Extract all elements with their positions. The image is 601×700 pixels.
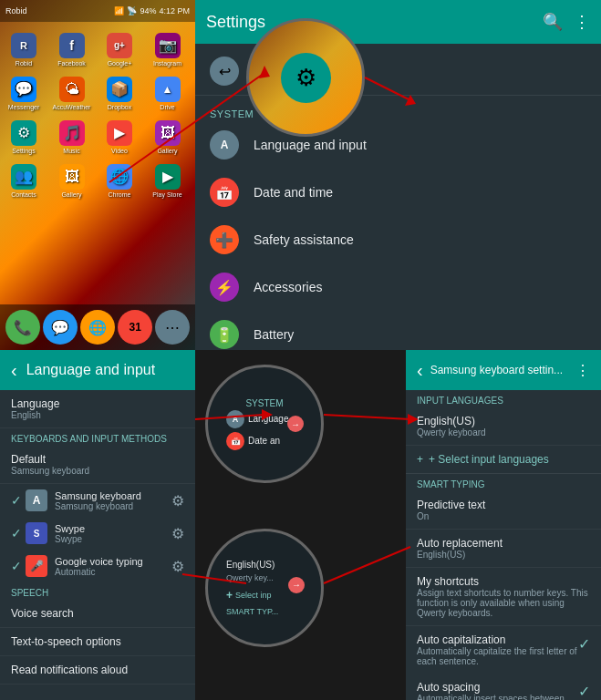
default-label: Default [11, 453, 184, 466]
google-voice-item[interactable]: ✓ 🎤 Google voice typing Automatic ⚙ [0, 550, 195, 582]
app-dropbox[interactable]: 📦Dropbox [99, 73, 140, 113]
samsung-content: INPUT LANGUAGES English(US) Qwerty keybo… [406, 390, 601, 700]
language-text: Language and input [254, 138, 367, 152]
auto-spacing-text: Auto spacing Automatically insert spaces… [417, 681, 578, 700]
accessories-icon: ⚡ [210, 273, 239, 302]
app-gallery[interactable]: 🖼Gallery [148, 117, 188, 157]
app-facebook[interactable]: fFacebook [52, 29, 92, 69]
select-languages-item[interactable]: + + Select input languages [406, 446, 601, 473]
app-robid[interactable]: RRobid [4, 29, 44, 69]
zoom-circle-settings: ⚙ [246, 18, 365, 137]
app-instagram[interactable]: 📷Instagram [148, 29, 188, 69]
auto-capitalization-item[interactable]: Auto capitalization Automatically capita… [406, 626, 601, 674]
accessories-text: Accessories [254, 280, 322, 294]
battery-text: 94% [140, 6, 156, 15]
swype-kb-icon: S [26, 522, 47, 544]
samsung-keyboard-panel: ‹ Samsung keyboard settin... ⋮ INPUT LAN… [406, 350, 601, 700]
read-notifications-item[interactable]: Read notifications aloud [0, 656, 195, 685]
svg-line-9 [324, 547, 410, 583]
auto-cap-text: Auto capitalization Automatically capita… [417, 633, 578, 666]
my-shortcuts-title: My shortcuts [417, 575, 590, 588]
app-contacts[interactable]: 👥Contacts [4, 160, 44, 201]
arrow-red-dot: → [287, 416, 304, 432]
language-icon: A [210, 130, 239, 160]
samsung-kb-icon: A [26, 489, 47, 511]
google-voice-gear[interactable]: ⚙ [171, 558, 184, 575]
smart-typing-label: SMART TYPING [406, 474, 601, 491]
samsung-more-icon[interactable]: ⋮ [575, 362, 590, 379]
voice-search-title: Voice search [11, 607, 184, 620]
auto-spacing-check[interactable]: ✓ [578, 683, 590, 700]
app-music[interactable]: 🎵Music [52, 117, 92, 157]
auto-cap-sub: Automatically capitalize the first lette… [417, 646, 578, 666]
default-keyboard-item[interactable]: Default Samsung keyboard [0, 446, 195, 484]
settings-accessories-item[interactable]: ⚡ Accessories [195, 263, 601, 311]
settings-icon-zoomed: ⚙ [281, 53, 331, 103]
app-chrome[interactable]: 🌐Chrome [99, 160, 140, 201]
language-header: ‹ Language and input [0, 350, 195, 390]
dock-messages[interactable]: 💬 [43, 310, 78, 345]
current-layout: Qwerty keyboard [417, 427, 590, 438]
app-playstore[interactable]: ▶Play Store [148, 160, 188, 201]
more-icon[interactable]: ⋮ [574, 12, 590, 32]
app-gallery2[interactable]: 🖼Gallery [52, 160, 92, 201]
backup-icon: ↩ [210, 57, 239, 86]
date-text: Date and time [254, 185, 333, 200]
input-languages-label: INPUT LANGUAGES [406, 390, 601, 407]
dock-apps[interactable]: ⋯ [155, 310, 190, 345]
settings-battery-item[interactable]: 🔋 Battery [195, 311, 601, 350]
my-shortcuts-sub: Assign text shortcuts to number keys. Th… [417, 588, 590, 618]
settings-header-icons: 🔍 ⋮ [543, 12, 590, 32]
date-icon: 📅 [210, 178, 239, 207]
samsung-keyboard-header: ‹ Samsung keyboard settin... ⋮ [406, 350, 601, 390]
app-video[interactable]: ▶Video [99, 117, 140, 157]
samsung-kb-sub: Samsung keyboard [55, 501, 171, 511]
auto-cap-check[interactable]: ✓ [578, 635, 590, 653]
samsung-back-button[interactable]: ‹ [417, 360, 423, 381]
language-item[interactable]: Language English [0, 390, 195, 428]
dock-internet[interactable]: 🌐 [80, 310, 115, 345]
google-voice-title: Google voice typing [55, 556, 171, 567]
app-accuweather[interactable]: 🌤AccuWeather [52, 73, 92, 113]
app-googleplus[interactable]: g+Google+ [99, 29, 140, 69]
swype-keyboard-item[interactable]: ✓ S Swype Swype ⚙ [0, 517, 195, 550]
current-lang: English(US) [417, 415, 590, 427]
carrier-text: Robid [5, 6, 27, 15]
zoom-circle-language: SYSTEM A Language 📅 Date an → [205, 365, 324, 483]
dock-calendar[interactable]: 31 [118, 310, 152, 345]
auto-replacement-title: Auto replacement [417, 537, 590, 550]
check-icon-swype: ✓ [11, 526, 22, 540]
tts-title: Text-to-speech options [11, 635, 184, 648]
auto-replacement-item[interactable]: Auto replacement English(US) [406, 530, 601, 568]
current-language-item[interactable]: English(US) Qwerty keyboard [406, 407, 601, 446]
app-messenger[interactable]: 💬Messenger [4, 73, 44, 113]
voice-search-item[interactable]: Voice search [0, 600, 195, 628]
app-drive[interactable]: ▲Drive [148, 73, 188, 113]
android-homescreen: Robid 📶 📡 94% 4:12 PM RRobid fFacebook g… [0, 0, 195, 350]
dock-phone[interactable]: 📞 [5, 310, 40, 345]
predictive-title: Predictive text [417, 499, 590, 511]
app-settings[interactable]: ⚙Settings [4, 117, 44, 157]
back-button[interactable]: ‹ [11, 360, 17, 381]
auto-spacing-sub: Automatically insert spaces between word… [417, 694, 578, 700]
samsung-keyboard-title: Samsung keyboard settin... [430, 364, 575, 376]
auto-spacing-item[interactable]: Auto spacing Automatically insert spaces… [406, 674, 601, 700]
tts-item[interactable]: Text-to-speech options [0, 628, 195, 656]
circle-lang-text: Language [248, 414, 289, 424]
swype-kb-title: Swype [55, 523, 171, 534]
google-voice-sub: Automatic [55, 567, 171, 577]
samsung-kb-gear[interactable]: ⚙ [171, 492, 184, 510]
language-input-panel: ‹ Language and input Language English KE… [0, 350, 195, 700]
circle-date-text: Date an [248, 436, 280, 446]
search-icon[interactable]: 🔍 [543, 12, 563, 32]
samsung-kb-text: Samsung keyboard Samsung keyboard [55, 490, 171, 511]
speech-section-label: SPEECH [0, 582, 195, 600]
app-grid: RRobid fFacebook g+Google+ 📷Instagram 💬M… [0, 26, 195, 204]
my-shortcuts-item[interactable]: My shortcuts Assign text shortcuts to nu… [406, 568, 601, 626]
settings-date-item[interactable]: 📅 Date and time [195, 169, 601, 216]
swype-kb-gear[interactable]: ⚙ [171, 525, 184, 542]
settings-safety-item[interactable]: ➕ Safety assistance [195, 216, 601, 263]
predictive-text-item[interactable]: Predictive text On [406, 491, 601, 530]
samsung-keyboard-item[interactable]: ✓ A Samsung keyboard Samsung keyboard ⚙ [0, 484, 195, 517]
default-value: Samsung keyboard [11, 466, 184, 476]
